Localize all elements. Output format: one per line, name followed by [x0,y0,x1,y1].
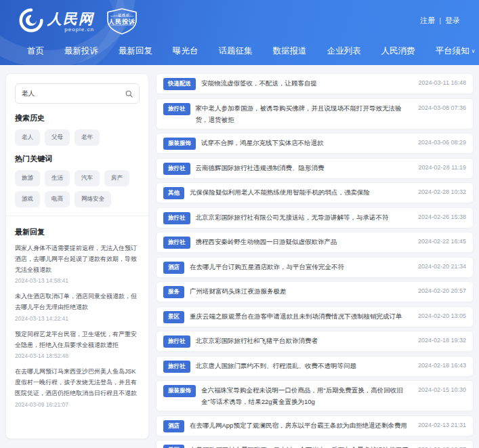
complaint-title[interactable]: 在去哪儿平台订购五星酒店欺诈，与平台宣传完全不符 [190,261,411,272]
complaint-row[interactable]: 旅行社 北京京彩国际旅行社和飞猪平台欺诈消费者 2024-02-18 19:32 [156,331,474,352]
nav-item-latest-replies[interactable]: 最新回复 [119,45,152,57]
complaint-row[interactable]: 旅行社 北京唐人国旅门票约不到、行程混乱、收费不透明等问题 2024-02-18… [156,356,474,377]
hot-tag[interactable]: 汽车 [75,170,100,186]
hot-keyword-tags: 旅游 生活 汽车 房产 游戏 电商 网络安全 [15,170,140,207]
reply-date: 2024-03-09 16:21:07 [15,401,140,408]
search-icon[interactable] [125,90,133,98]
history-tag[interactable]: 老年 [75,129,100,146]
category-badge[interactable]: 旅行社 [163,103,190,115]
nav-item-data-reports[interactable]: 数据报道 [273,45,307,57]
complaint-date: 2024-02-28 11:19 [419,164,466,171]
complaint-title[interactable]: 北京京彩国际旅行社和飞猪平台欺诈消费者 [196,335,411,346]
complaint-title[interactable]: 在去哪儿网App预定了观澜民宿，房东以平台霸王条款为由拒绝退还剩余费用 [190,420,411,431]
people-cn-swirl-icon [19,8,43,33]
shield-label: 人民投诉 [104,18,140,26]
category-badge[interactable]: 旅行社 [163,163,190,175]
complaint-title[interactable]: 在美团购买开封十景区联票，只去过一个万岁山，后面九个景点就没法使用了 [190,444,411,448]
category-badge[interactable]: 旅行社 [163,335,190,348]
complaint-row[interactable]: 服务 广州塔财富码头珠江夜游服务极差 2024-02-20 20:57 [156,281,474,302]
complaint-title[interactable]: 携程西安秦岭野生动物园一日游疑似虚假欺诈产品 [196,236,411,247]
complaint-row[interactable]: 旅行社 北京京彩国际旅行社有限公司无接送站，无导游讲解等，与承诺不符 2024-… [156,207,474,228]
category-badge[interactable]: 酒店 [163,262,184,274]
login-link[interactable]: 登录 [445,16,460,26]
complaint-date: 2024-02-26 15:38 [418,213,466,220]
people-cn-logo[interactable]: 人民网 people.cn [19,8,94,33]
hot-tag[interactable]: 电商 [45,191,70,207]
complaint-title[interactable]: 金六福珠宝导购全程未说明一口价商品，用“后期免费置换，高价回收旧金”等话术诱导，… [201,384,411,407]
nav-item-consumption[interactable]: 人民消费 [381,45,415,57]
complaint-row[interactable]: 其他 元保保险疑似利用老人不能熟练使用智能手机的弱点，强卖保险 2024-02-… [156,182,474,203]
reply-item[interactable]: 在去哪儿网预订马来西亚沙巴州美人鱼岛JSK度假村一晚行程，孩子发烧无法登岛，并且… [15,367,140,407]
category-badge[interactable]: 旅行社 [163,237,190,249]
complaint-row[interactable]: 服装服饰 金六福珠宝导购全程未说明一口价商品，用“后期免费置换，高价回收旧金”等… [156,380,474,411]
category-badge[interactable]: 服务 [163,286,184,298]
complaint-date: 2024-02-22 16:45 [418,238,466,245]
complaint-shield-badge[interactable]: 一键维权 人民投诉 [104,7,140,35]
complaint-title[interactable]: 家中老人参加泰国游，被诱导购买佛牌，并且说现场不能打开导致无法验货，退货被拒 [196,102,411,125]
complaint-title[interactable]: 北京唐人国旅门票约不到、行程混乱、收费不透明等问题 [196,360,411,371]
category-badge[interactable]: 服装服饰 [163,138,196,150]
complaint-row[interactable]: 服装服饰 试穿不合脚，鸿星尔克线下实体店不给退款 2024-03-06 08:2… [156,133,474,154]
hot-tag[interactable]: 网络安全 [75,191,111,207]
category-badge[interactable]: 景区 [163,311,184,323]
complaint-row[interactable]: 景区 重庆云端之眼观景台在游客申请退款且未到场消费情况下强制核销完成订单 202… [156,306,474,327]
complaint-title[interactable]: 重庆云端之眼观景台在游客申请退款且未到场消费情况下强制核销完成订单 [190,310,411,322]
nav-item-latest-complaints[interactable]: 最新投诉 [64,45,98,57]
complaint-date: 2024-02-18 16:43 [418,362,466,369]
complaint-row[interactable]: 旅行社 家中老人参加泰国游，被诱导购买佛牌，并且说现场不能打开导致无法验货，退货… [156,98,474,129]
complaint-row[interactable]: 酒店 在去哪儿网App预定了观澜民宿，房东以平台霸王条款为由拒绝退还剩余费用 2… [156,415,474,436]
reply-item[interactable]: 因家人身体不适需要提前返程，无法入住预订酒店，去哪儿网平台延误了退款有效期，导致… [15,243,140,284]
reply-date: 2024-03-14 18:52:48 [15,352,140,359]
category-badge[interactable]: 酒店 [163,420,184,432]
hot-keywords-title: 热门关键词 [15,154,140,164]
nav-item-topics[interactable]: 话题征集 [219,45,253,57]
logo-domain: people.cn [47,27,94,33]
complaint-title[interactable]: 北京京彩国际旅行社有限公司无接送站，无导游讲解等，与承诺不符 [196,211,411,223]
complaint-row[interactable]: 酒店 在去哪儿平台订购五星酒店欺诈，与平台宣传完全不符 2024-02-20 2… [156,257,474,278]
complaint-title[interactable]: 安能物流虚假签收，不配送，让顾客自提 [201,77,412,89]
complaint-row[interactable]: 旅行社 云南德辉国际旅行社违规强制消费、隐形消费 2024-02-28 11:1… [156,158,474,179]
complaint-date: 2024-02-18 19:32 [418,337,466,344]
hot-tag[interactable]: 旅游 [15,170,40,186]
reply-text: 因家人身体不适需要提前返程，无法入住预订酒店，去哪儿网平台延误了退款有效期，导致… [15,243,140,275]
search-box[interactable] [15,83,140,104]
category-badge[interactable]: 服装服饰 [163,385,196,397]
nav-item-exposure[interactable]: 曝光台 [173,45,199,57]
category-badge[interactable]: 旅行社 [163,361,190,373]
category-badge[interactable]: 旅行社 [163,212,190,224]
reply-date: 2024-03-13 14:22:41 [15,315,140,322]
hot-tag[interactable]: 生活 [45,170,70,186]
category-badge[interactable]: 景区 [163,445,184,448]
latest-replies-title: 最新回复 [15,227,140,237]
complaint-title[interactable]: 元保保险疑似利用老人不能熟练使用智能手机的弱点，强卖保险 [190,186,411,198]
category-badge[interactable]: 快递配送 [163,78,196,90]
complaint-row[interactable]: 景区 在美团购买开封十景区联票，只去过一个万岁山，后面九个景点就没法使用了 20… [156,440,474,448]
complaint-title[interactable]: 云南德辉国际旅行社违规强制消费、隐形消费 [196,162,412,174]
latest-replies-section: 最新回复 因家人身体不适需要提前返程，无法入住预订酒店，去哪儿网平台延误了退款有… [6,216,148,408]
logo-title: 人民网 [47,12,94,26]
reply-text: 预定同程艺龙平台民宿，卫生堪忧，有严重安全隐患，拒绝入住后要求全额退款遭拒 [15,329,140,351]
register-link[interactable]: 注册 [420,16,435,26]
history-tag[interactable]: 父母 [45,129,70,146]
complaint-title[interactable]: 试穿不合脚，鸿星尔克线下实体店不给退款 [201,137,411,148]
complaint-row[interactable]: 快递配送 安能物流虚假签收，不配送，让顾客自提 2024-03-11 16:48 [156,73,474,94]
history-tag[interactable]: 老人 [15,129,40,146]
category-badge[interactable]: 其他 [163,187,184,199]
nav-item-home[interactable]: 首页 [27,45,44,57]
reply-date: 2024-03-13 14:58:41 [15,277,140,284]
nav-item-platform-notice[interactable]: 平台须知 ∨ [436,45,476,57]
reply-item[interactable]: 预定同程艺龙平台民宿，卫生堪忧，有严重安全隐患，拒绝入住后要求全额退款遭拒 20… [15,329,140,360]
shield-tagline: 一键维权 [104,13,140,17]
auth-separator: | [439,16,441,24]
search-input[interactable] [22,90,125,98]
reply-item[interactable]: 未入住酒店取消订单，酒店同意全额退款，但去哪儿平台无理由拒绝退款 2024-03… [15,291,140,322]
sidebar: 搜索历史 老人 父母 老年 热门关键词 旅游 生活 汽车 房产 游戏 电商 网络… [5,73,149,439]
search-history-tags: 老人 父母 老年 [15,129,140,146]
hot-tag[interactable]: 游戏 [15,191,40,207]
complaint-date: 2024-02-20 20:57 [418,287,466,294]
complaint-title[interactable]: 广州塔财富码头珠江夜游服务极差 [190,285,411,297]
complaint-date: 2024-02-20 13:05 [418,312,466,319]
nav-item-company-list[interactable]: 企业列表 [327,45,361,57]
complaint-row[interactable]: 旅行社 携程西安秦岭野生动物园一日游疑似虚假欺诈产品 2024-02-22 16… [156,232,474,253]
hot-tag[interactable]: 房产 [104,170,129,186]
